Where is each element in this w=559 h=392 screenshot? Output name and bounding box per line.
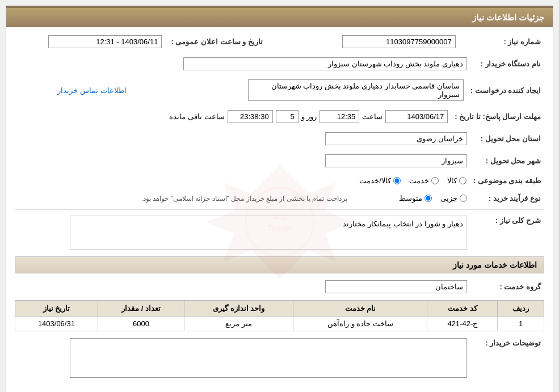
services-table: ردیف کد خدمت نام خدمت واحد اندازه گیری ت…	[15, 300, 544, 331]
reply-days-label: روز و	[301, 112, 317, 121]
cell-deadline: 1403/06/31	[15, 317, 98, 331]
info-table-process: نوع فرآیند خرید : جزیی متوسط	[15, 192, 544, 205]
col-header-qty: تعداد / مقدار	[98, 301, 184, 317]
process-label: نوع فرآیند خرید :	[470, 192, 544, 205]
cell-service_name: ساخت جاده و راه‌آهن	[293, 317, 427, 331]
info-table-province: استان محل تحویل : خراسان رضوی	[15, 130, 544, 147]
table-row: 1ج-42-421ساخت جاده و راه‌آهنمتر مربع6000…	[15, 317, 544, 331]
info-table-row1: شماره نیاز : 1103097759000007 تاریخ و سا…	[15, 33, 544, 50]
radio-jozi-input[interactable]	[460, 195, 467, 202]
contact-link[interactable]: اطلاعات تماس خریدار	[57, 86, 126, 95]
process-note: پرداخت تمام یا بخشی از مبلغ خریداز محل "…	[141, 195, 347, 203]
radio-khedmat-label: خدمت	[409, 176, 429, 185]
radio-kala-label: کالا	[447, 176, 457, 185]
cell-row_num: 1	[498, 317, 544, 331]
process-options: جزیی متوسط	[353, 192, 470, 205]
city-field: سبزوار	[325, 154, 467, 167]
reply-time-label: ساعت	[362, 112, 383, 121]
need-number-value: 1103097759000007	[308, 33, 459, 50]
city-label: شهر محل تحویل :	[470, 152, 544, 170]
requester-field: ساسان قاسمی حسابدار دهیاری ملوند بخش رود…	[248, 79, 464, 101]
radio-kala-khedmat[interactable]: کالا/خدمت	[359, 176, 401, 185]
radio-khedmat[interactable]: خدمت	[409, 176, 439, 185]
description-text: دهیار و شورا در انتخاب پیمانکار مختارند	[343, 220, 463, 228]
col-header-row-num: ردیف	[498, 301, 544, 317]
requester-value: ساسان قاسمی حسابدار دهیاری ملوند بخش رود…	[132, 77, 467, 103]
city-value: سبزوار	[15, 152, 470, 170]
buyer-notes-value	[15, 336, 470, 382]
divider1	[15, 209, 544, 210]
province-field: خراسان رضوی	[325, 132, 467, 145]
col-header-service-name: نام خدمت	[293, 301, 427, 317]
buyer-name-label: نام دستگاه خریدار :	[470, 55, 544, 73]
province-value: خراسان رضوی	[15, 130, 470, 147]
card-header: جزئیات اطلاعات نیاز	[6, 8, 553, 27]
province-label: استان محل تحویل :	[470, 130, 544, 147]
service-group-label: گروه خدمت :	[470, 278, 544, 296]
info-table-service-group: گروه خدمت : ساختمان	[15, 278, 544, 296]
col-header-service-code: کد خدمت	[427, 301, 498, 317]
info-table-deadline: مهلت ارسال پاسخ: تا تاریخ : 1403/06/17 س…	[15, 108, 544, 125]
radio-kala-khedmat-input[interactable]	[393, 177, 401, 184]
info-table-description: شرح کلی نیاز : دهیار و شورا در انتخاب پی…	[15, 213, 544, 252]
info-table-category: طبقه بندی موضوعی : کالا خدمت	[15, 174, 544, 187]
page-title: جزئیات اطلاعات نیاز	[472, 12, 544, 22]
description-value: دهیار و شورا در انتخاب پیمانکار مختارند	[15, 213, 470, 252]
radio-motosat-label: متوسط	[399, 194, 422, 203]
services-section-title: اطلاعات خدمات مورد نیاز	[15, 256, 544, 273]
category-label: طبقه بندی موضوعی :	[470, 174, 544, 187]
reply-time-field: 12:35	[320, 110, 359, 123]
service-group-value: ساختمان	[15, 278, 470, 296]
reply-deadline-label: مهلت ارسال پاسخ: تا تاریخ :	[451, 108, 544, 125]
cell-service_code: ج-42-421	[427, 317, 498, 331]
col-header-unit: واحد اندازه گیری	[184, 301, 293, 317]
reply-days-field: 5	[276, 110, 299, 123]
radio-kala-khedmat-label: کالا/خدمت	[359, 176, 391, 185]
buyer-notes-field[interactable]	[70, 338, 467, 378]
reply-deadline-value: 1403/06/17 ساعت 12:35 روز و 5 23:38:30 س…	[15, 108, 451, 125]
page-wrapper: جزئیات اطلاعات نیاز Ana Tender شماره نیا…	[0, 0, 559, 392]
announce-date-value: 1403/06/11 - 12:31	[15, 33, 165, 50]
announce-date-label: تاریخ و ساعت اعلان عمومی :	[165, 33, 291, 50]
info-table-requester: ایجاد کننده درخواست : ساسان قاسمی حسابدا…	[15, 77, 544, 103]
reply-date-field: 1403/06/17	[385, 110, 448, 123]
reply-remaining-field: 23:38:30	[228, 110, 273, 123]
radio-khedmat-input[interactable]	[431, 177, 439, 184]
radio-motosat-input[interactable]	[424, 195, 432, 202]
cell-qty: 6000	[98, 317, 184, 331]
service-group-field: ساختمان	[325, 280, 467, 293]
info-table-city: شهر محل تحویل : سبزوار	[15, 152, 544, 170]
buyer-notes-label: توضیحات خریدار :	[470, 336, 544, 382]
radio-motosat[interactable]: متوسط	[399, 194, 432, 203]
requester-label: ایجاد کننده درخواست :	[467, 77, 544, 103]
card-body: Ana Tender شماره نیاز : 1103097759000007…	[6, 27, 553, 392]
radio-kala-input[interactable]	[459, 177, 466, 184]
radio-jozi-label: جزیی	[440, 194, 457, 203]
need-number-label: شماره نیاز :	[459, 33, 544, 50]
info-table-buyer: نام دستگاه خریدار : دهیاری ملوند بخش رود…	[15, 55, 544, 73]
category-options: کالا خدمت کالا/خدمت	[15, 174, 470, 187]
cell-unit: متر مربع	[184, 317, 293, 331]
need-number-field: 1103097759000007	[342, 35, 456, 48]
buyer-name-field: دهیاری ملوند بخش روداب شهرستان سبزوار	[183, 57, 467, 70]
info-table-notes: توضیحات خریدار :	[15, 336, 544, 382]
radio-jozi[interactable]: جزیی	[440, 194, 467, 203]
radio-kala[interactable]: کالا	[447, 176, 466, 185]
description-label: شرح کلی نیاز :	[470, 213, 544, 252]
buyer-name-value: دهیاری ملوند بخش روداب شهرستان سبزوار	[15, 55, 470, 73]
announce-date-field: 1403/06/11 - 12:31	[48, 35, 162, 48]
description-field: دهیار و شورا در انتخاب پیمانکار مختارند	[70, 216, 467, 250]
col-header-deadline: تاریخ نیاز	[15, 301, 98, 317]
main-card: جزئیات اطلاعات نیاز Ana Tender شماره نیا…	[6, 6, 553, 392]
buttons-row: بازگشت چاپ	[15, 386, 544, 392]
reply-remaining-label: ساعت باقی مانده	[169, 112, 224, 121]
